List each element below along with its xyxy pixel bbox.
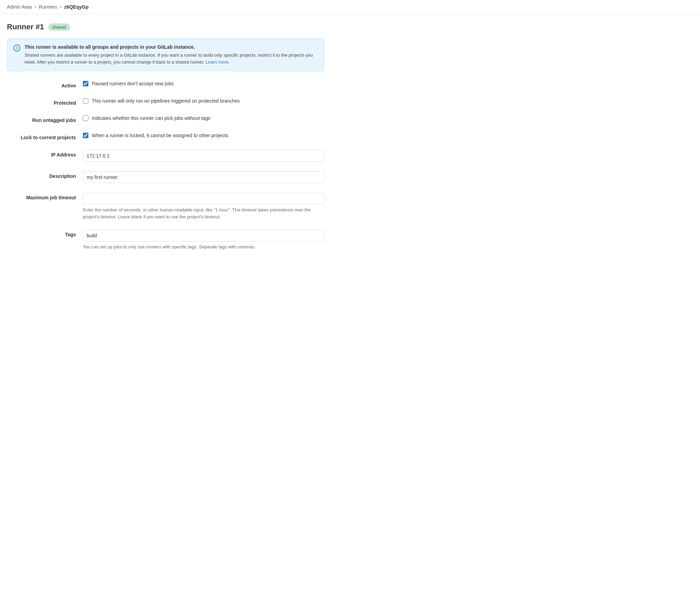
banner-desc: Shared runners are available to every pr… [25, 52, 318, 65]
run-untagged-checkbox[interactable] [83, 115, 88, 121]
page-title: Runner #1 [7, 22, 44, 31]
run-untagged-checkbox-row[interactable]: Indicates whether this runner can pick j… [83, 115, 324, 121]
tags-input[interactable] [83, 230, 324, 241]
active-checkbox[interactable] [83, 81, 88, 86]
lock-checkbox-row[interactable]: When a runner is locked, it cannot be as… [83, 133, 324, 138]
breadcrumb-sep2: > [59, 4, 62, 10]
ip-address-input[interactable] [83, 150, 324, 162]
banner-learn-more-link[interactable]: Learn more. [206, 59, 230, 65]
runner-form: Active Paused runners don't accept new j… [7, 81, 324, 250]
info-banner: i This runner is available to all groups… [7, 38, 324, 71]
page-content: Runner #1 shared i This runner is availa… [0, 14, 331, 259]
breadcrumb: Admin Area > Runners > z6QEqyGp [0, 0, 700, 14]
max-timeout-hint: Enter the number of seconds, or other hu… [83, 207, 324, 220]
run-untagged-label: Run untagged jobs [7, 115, 83, 123]
protected-checkbox-row[interactable]: This runner will only run on pipelines t… [83, 98, 324, 104]
protected-checkbox[interactable] [83, 98, 88, 104]
protected-label: Protected [7, 98, 83, 106]
breadcrumb-admin[interactable]: Admin Area [7, 4, 32, 10]
active-control: Paused runners don't accept new jobs [83, 81, 324, 86]
active-checkbox-row[interactable]: Paused runners don't accept new jobs [83, 81, 324, 86]
description-input[interactable] [83, 171, 324, 183]
banner-desc-text: Shared runners are available to every pr… [25, 53, 313, 65]
description-control [83, 171, 324, 183]
breadcrumb-sep1: > [34, 4, 37, 10]
protected-checkbox-label: This runner will only run on pipelines t… [92, 98, 240, 104]
lock-checkbox-label: When a runner is locked, it cannot be as… [92, 133, 228, 138]
max-timeout-label: Maximum job timeout [7, 193, 83, 200]
tags-label: Tags [7, 230, 83, 237]
info-icon: i [13, 45, 20, 51]
protected-control: This runner will only run on pipelines t… [83, 98, 324, 104]
runner-badge: shared [48, 23, 70, 31]
lock-label: Lock to current projects [7, 133, 83, 140]
banner-bold: This runner is available to all groups a… [25, 44, 318, 50]
run-untagged-control: Indicates whether this runner can pick j… [83, 115, 324, 121]
description-label: Description [7, 171, 83, 179]
max-timeout-input[interactable] [83, 193, 324, 205]
lock-checkbox[interactable] [83, 133, 88, 138]
breadcrumb-runners[interactable]: Runners [39, 4, 57, 10]
max-timeout-control: Enter the number of seconds, or other hu… [83, 193, 324, 220]
breadcrumb-current: z6QEqyGp [64, 4, 89, 10]
active-checkbox-label: Paused runners don't accept new jobs [92, 81, 174, 86]
ip-address-label: IP Address [7, 150, 83, 158]
run-untagged-checkbox-label: Indicates whether this runner can pick j… [92, 115, 210, 121]
lock-control: When a runner is locked, it cannot be as… [83, 133, 324, 138]
ip-address-control [83, 150, 324, 162]
banner-text: This runner is available to all groups a… [25, 44, 318, 65]
tags-control: You can set up jobs to only use runners … [83, 230, 324, 250]
tags-hint: You can set up jobs to only use runners … [83, 244, 324, 250]
runner-title-row: Runner #1 shared [7, 22, 324, 31]
active-label: Active [7, 81, 83, 88]
